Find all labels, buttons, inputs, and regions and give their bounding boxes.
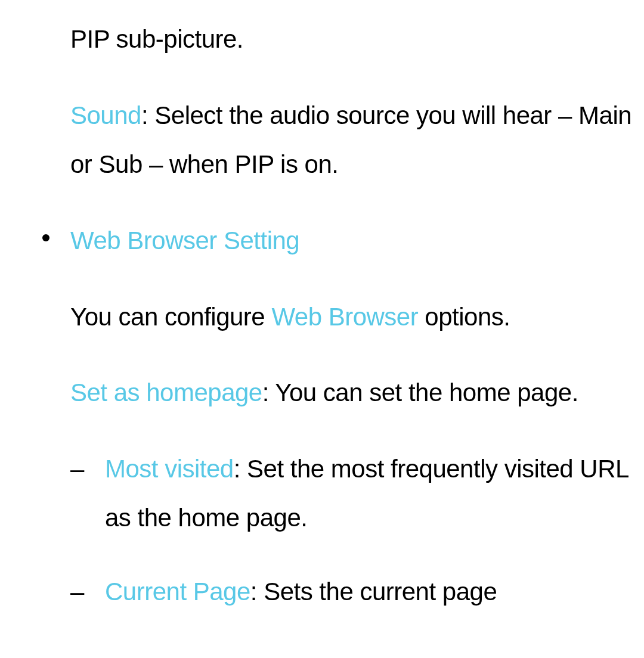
endash-icon: – — [70, 567, 84, 616]
most-visited-label: Most visited — [105, 455, 234, 483]
web-browser-setting-heading: Web Browser Setting — [70, 226, 299, 254]
set-homepage-paragraph: Set as homepage: You can set the home pa… — [70, 368, 637, 417]
most-visited-paragraph: – Most visited: Set the most frequently … — [105, 445, 637, 542]
current-page-label: Current Page — [105, 578, 250, 606]
sound-label: Sound — [70, 101, 141, 129]
wbs-desc-pre: You can configure — [70, 303, 271, 331]
pip-subpicture-fragment: PIP sub-picture. — [70, 15, 637, 64]
sound-desc: : Select the audio source you will hear … — [70, 101, 631, 178]
web-browser-setting-desc: You can configure Web Browser options. — [70, 293, 637, 342]
sound-paragraph: Sound: Select the audio source you will … — [70, 91, 637, 189]
current-page-desc: : Sets the current page — [250, 578, 497, 606]
set-homepage-label: Set as homepage — [70, 378, 262, 406]
manual-page: PIP sub-picture. Sound: Select the audio… — [0, 0, 644, 616]
set-homepage-desc: : You can set the home page. — [262, 378, 578, 406]
bullet-disc-icon — [42, 234, 49, 241]
wbs-desc-post: options. — [418, 303, 510, 331]
wbs-desc-hl: Web Browser — [271, 303, 418, 331]
web-browser-setting-heading-row: Web Browser Setting — [70, 216, 637, 265]
current-page-paragraph: – Current Page: Sets the current page — [105, 567, 637, 616]
endash-icon: – — [70, 445, 84, 494]
